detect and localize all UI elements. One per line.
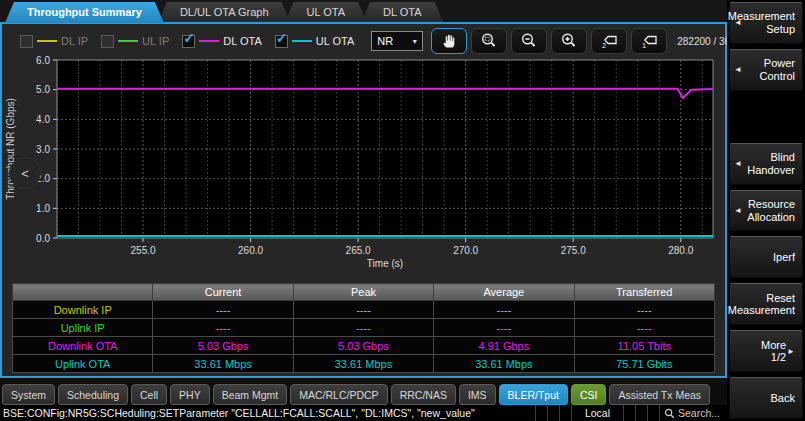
status-segment xyxy=(623,405,635,421)
stat-value: ---- xyxy=(434,319,574,337)
softkey-back[interactable]: Back xyxy=(729,377,803,419)
category-tab-bar: SystemSchedulingCellPHYBeam MgmtMAC/RLC/… xyxy=(0,383,727,405)
stat-value: 75.71 Gbits xyxy=(574,355,714,373)
column-header-current: Current xyxy=(153,284,293,301)
throughput-chart[interactable]: 0.01.02.03.04.05.06.0255.0260.0265.0270.… xyxy=(2,54,725,270)
svg-text:280.0: 280.0 xyxy=(668,245,693,256)
softkey-more-1-2[interactable]: More 1/2► xyxy=(729,330,803,372)
stat-value: ---- xyxy=(574,301,714,319)
stat-value: 33.61 Mbps xyxy=(434,355,574,373)
zoom-selection-icon xyxy=(480,32,498,50)
pan-hand-button[interactable] xyxy=(431,28,467,54)
stat-value: ---- xyxy=(434,301,574,319)
search-box[interactable] xyxy=(659,405,727,421)
softkey-reset-measurement[interactable]: Reset Measurement xyxy=(729,283,803,325)
chevron-down-icon: ▼ xyxy=(411,38,418,45)
bottom-tab-beam-mgmt[interactable]: Beam Mgmt xyxy=(213,384,288,405)
app-window: Throughput SummaryDL/UL OTA GraphUL OTAD… xyxy=(0,0,805,421)
svg-text:270.0: 270.0 xyxy=(453,245,478,256)
softkey-label: Resource Allocation xyxy=(743,198,795,223)
stat-value: 33.61 Mbps xyxy=(293,355,433,373)
legend-label: DL OTA xyxy=(223,35,262,47)
stat-value: 5.03 Gbps xyxy=(293,337,433,355)
marker-2-icon: 2 xyxy=(600,32,618,50)
svg-text:2: 2 xyxy=(602,41,606,50)
stat-value: 5.03 Gbps xyxy=(153,337,293,355)
throughput-summary-panel: DL IPUL IP✓DL OTA✓UL OTA NR ▼ 21 282200 … xyxy=(0,22,727,378)
legend-item-dl-ota: ✓DL OTA xyxy=(182,35,262,48)
bottom-tab-rrc-nas[interactable]: RRC/NAS xyxy=(391,384,456,405)
softkey-measurement-setup[interactable]: ◄Measurement Setup xyxy=(729,2,803,44)
table-row-downlink-ip: Downlink IP---------------- xyxy=(13,301,715,319)
search-input[interactable] xyxy=(678,407,726,419)
softkey-label: Power Control xyxy=(743,57,795,82)
checkmark-icon: ✓ xyxy=(183,30,195,46)
svg-text:275.0: 275.0 xyxy=(561,245,586,256)
zoom-out-button[interactable] xyxy=(511,28,547,54)
technology-dropdown[interactable]: NR ▼ xyxy=(371,31,423,51)
graph-tab-bar: Throughput SummaryDL/UL OTA GraphUL OTAD… xyxy=(0,0,727,23)
bottom-tab-csi[interactable]: CSI xyxy=(571,384,607,405)
status-segment xyxy=(559,405,571,421)
row-label: Downlink IP xyxy=(13,301,153,319)
triangle-left-icon: ◄ xyxy=(734,159,742,168)
checkmark-icon: ✓ xyxy=(276,30,288,46)
collapse-panel-button[interactable]: < xyxy=(9,157,41,189)
column-header-average: Average xyxy=(434,284,574,301)
bottom-tab-scheduling[interactable]: Scheduling xyxy=(58,384,128,405)
marker-1-icon: 1 xyxy=(640,32,658,50)
tab-throughput-summary[interactable]: Throughput Summary xyxy=(5,2,164,23)
triangle-left-icon: ◄ xyxy=(734,18,742,27)
zoom-in-button[interactable] xyxy=(551,28,587,54)
marker-1-button[interactable]: 1 xyxy=(631,28,667,54)
chart-region: 0.01.02.03.04.05.06.0255.0260.0265.0270.… xyxy=(2,54,725,270)
svg-text:0.0: 0.0 xyxy=(36,233,50,244)
softkey-blind-handover[interactable]: ◄Blind Handover xyxy=(729,143,803,185)
softkey-power-control[interactable]: ◄Power Control xyxy=(729,49,803,91)
svg-text:265.0: 265.0 xyxy=(346,245,371,256)
bottom-tab-phy[interactable]: PHY xyxy=(170,384,210,405)
series-color-swatch xyxy=(199,40,219,42)
bottom-tab-system[interactable]: System xyxy=(2,384,55,405)
softkey-iperf[interactable]: Iperf xyxy=(729,236,803,278)
search-icon xyxy=(664,408,675,419)
softkey-label: Back xyxy=(771,392,795,405)
chevron-left-icon: < xyxy=(21,166,29,181)
triangle-left-icon: ◄ xyxy=(734,206,742,215)
series-color-swatch xyxy=(118,40,138,42)
table-row-uplink-ip: Uplink IP---------------- xyxy=(13,319,715,337)
zoom-selection-button[interactable] xyxy=(471,28,507,54)
svg-text:1: 1 xyxy=(642,41,646,50)
softkey-label: Blind Handover xyxy=(743,151,795,176)
checkbox-dl-ota[interactable]: ✓ xyxy=(182,35,195,48)
bottom-tab-bler-tput[interactable]: BLER/Tput xyxy=(499,384,568,405)
bottom-tab-mac-rlc-pdcp[interactable]: MAC/RLC/PDCP xyxy=(290,384,387,405)
stat-value: ---- xyxy=(574,319,714,337)
bottom-tab-cell[interactable]: Cell xyxy=(131,384,167,405)
tab-dl-ota[interactable]: DL OTA xyxy=(361,2,444,23)
tab-dl-ul-ota-graph[interactable]: DL/UL OTA Graph xyxy=(158,2,291,23)
softkey-label: Iperf xyxy=(773,251,795,264)
checkbox-ul-ota[interactable]: ✓ xyxy=(275,35,288,48)
checkbox-dl-ip[interactable] xyxy=(20,35,33,48)
softkey-label: Reset Measurement xyxy=(728,292,795,317)
column-header-transferred: Transferred xyxy=(574,284,714,301)
row-label: Uplink OTA xyxy=(13,355,153,373)
svg-text:4.0: 4.0 xyxy=(36,114,50,125)
marker-2-button[interactable]: 2 xyxy=(591,28,627,54)
x-axis-label: Time (s) xyxy=(367,258,403,269)
local-mode-label: Local xyxy=(585,407,610,419)
stat-value: 4.91 Gbps xyxy=(434,337,574,355)
softkey-resource-allocation[interactable]: ◄Resource Allocation xyxy=(729,190,803,232)
checkbox-ul-ip[interactable] xyxy=(101,35,114,48)
bottom-tab-assisted-tx-meas[interactable]: Assisted Tx Meas xyxy=(609,384,710,405)
svg-text:5.0: 5.0 xyxy=(36,84,50,95)
series-color-swatch xyxy=(37,40,57,42)
svg-text:3.0: 3.0 xyxy=(36,144,50,155)
bottom-tab-ims[interactable]: IMS xyxy=(459,384,496,405)
column-header xyxy=(13,284,153,301)
triangle-left-icon: ◄ xyxy=(734,65,742,74)
legend-item-ul-ota: ✓UL OTA xyxy=(275,35,355,48)
legend-label: UL OTA xyxy=(316,35,355,47)
tab-ul-ota[interactable]: UL OTA xyxy=(285,2,368,23)
